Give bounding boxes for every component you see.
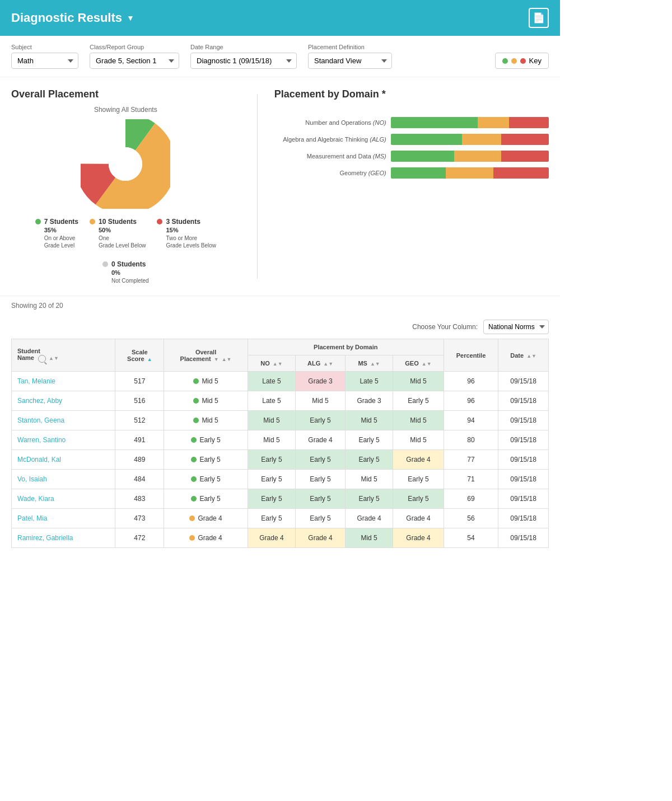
cell-scale-score: 512 [115,411,164,430]
cell-ms: Mid 5 [345,470,393,489]
th-no[interactable]: NO ▲▼ [248,355,295,372]
score-sort-icon[interactable]: ▲ [147,357,152,362]
export-icon[interactable]: 📄 [529,8,549,28]
th-date[interactable]: Date ▲▼ [498,339,549,372]
cell-no: Early 5 [248,489,295,509]
student-search-icon[interactable] [38,355,46,363]
table-row: Warren, Santino491Early 5Mid 5Grade 4Ear… [12,430,549,450]
cell-student-name[interactable]: Tan, Melanie [12,372,115,391]
cell-geo: Mid 5 [393,411,444,430]
legend-yellow-desc: OneGrade Level Below [99,235,146,249]
th-scale-score[interactable]: ScaleScore ▲ [115,339,164,372]
domain-label-alg: Algebra and Algebraic Thinking (ALG) [274,136,386,143]
cell-ms: Grade 3 [345,391,393,411]
th-alg[interactable]: ALG ▲▼ [296,355,346,372]
cell-no: Late 5 [248,372,295,391]
pie-chart [81,119,170,209]
legend-gray: 0 Students 0% Not Completed [102,260,149,284]
cell-percentile: 54 [444,528,498,548]
cell-student-name[interactable]: Vo, Isaiah [12,470,115,489]
cell-student-name[interactable]: Stanton, Geena [12,411,115,430]
cell-student-name[interactable]: McDonald, Kal [12,450,115,470]
bar-no-red [509,117,549,128]
cell-no: Late 5 [248,391,295,411]
filters-bar: Subject Math Class/Report Group Grade 5,… [0,36,560,77]
bar-geo-red [493,167,549,179]
column-select[interactable]: National Norms State Norms District Norm… [483,320,549,334]
student-sort-icon[interactable]: ▲▼ [49,355,59,361]
placement-filter: Placement Definition Standard View [308,44,392,69]
placement-sort-icon2[interactable]: ▲▼ [222,357,232,362]
table-row: Wade, Kiara483Early 5Early 5Early 5Early… [12,489,549,509]
domain-bar-no [391,117,549,128]
placement-select[interactable]: Standard View [308,53,392,69]
class-filter: Class/Report Group Grade 5, Section 1 [90,44,179,69]
bar-ms-red [501,151,549,162]
th-student-name[interactable]: StudentName ▲▼ [12,339,115,372]
bar-geo-green [391,167,446,179]
key-yellow-dot [511,58,517,64]
th-placement-domain: Placement by Domain [248,339,444,355]
cell-overall-placement: Mid 5 [164,372,248,391]
class-select[interactable]: Grade 5, Section 1 [90,53,179,69]
domain-row-no: Number and Operations (NO) [274,117,549,128]
table-row: Sanchez, Abby516Mid 5Late 5Mid 5Grade 3E… [12,391,549,411]
key-button[interactable]: Key [495,53,549,69]
cell-student-name[interactable]: Warren, Santino [12,430,115,450]
column-chooser-row: Choose Your Column: National Norms State… [11,315,549,339]
legend-yellow-pct: 50% [99,227,111,233]
cell-date: 09/15/18 [498,391,549,411]
placement-label: Placement Definition [308,44,392,50]
dropdown-icon[interactable]: ▼ [127,13,134,22]
cell-alg: Early 5 [296,470,346,489]
legend-red-pct: 15% [166,227,178,233]
cell-scale-score: 516 [115,391,164,411]
geo-sort-icon[interactable]: ▲▼ [422,361,432,367]
header-title: Diagnostic Results ▼ [11,11,134,25]
bar-alg-green [391,134,462,145]
th-geo[interactable]: GEO ▲▼ [393,355,444,372]
legend-red: 3 Students 15% Two or MoreGrade Levels B… [157,218,216,249]
subject-select[interactable]: Math [11,53,78,69]
table-row: Tan, Melanie517Mid 5Late 5Grade 3Late 5M… [12,372,549,391]
th-ms[interactable]: MS ▲▼ [345,355,393,372]
legend-green-desc: On or AboveGrade Level [44,235,76,249]
cell-ms: Mid 5 [345,411,393,430]
cell-student-name[interactable]: Wade, Kiara [12,489,115,509]
cell-student-name[interactable]: Patel, Mia [12,509,115,528]
bar-alg-red [501,134,549,145]
cell-overall-placement: Early 5 [164,489,248,509]
no-sort-icon[interactable]: ▲▼ [273,361,283,367]
cell-ms: Mid 5 [345,528,393,548]
cell-student-name[interactable]: Ramirez, Gabriella [12,528,115,548]
cell-scale-score: 489 [115,450,164,470]
ms-sort-icon[interactable]: ▲▼ [370,361,380,367]
domain-label-geo: Geometry (GEO) [274,170,386,176]
th-overall-placement[interactable]: OverallPlacement ▼ ▲▼ [164,339,248,372]
bar-ms-green [391,151,454,162]
cell-percentile: 80 [444,430,498,450]
cell-alg: Mid 5 [296,391,346,411]
cell-geo: Early 5 [393,391,444,411]
subject-label: Subject [11,44,78,50]
showing-count: Showing 20 of 20 [11,296,549,315]
date-sort-icon[interactable]: ▲▼ [526,353,536,359]
bar-geo-yellow [446,167,493,179]
cell-student-name[interactable]: Sanchez, Abby [12,391,115,411]
choose-column-label: Choose Your Column: [412,323,478,331]
bar-no-green [391,117,478,128]
legend-green-count: 7 Students [44,218,78,226]
overall-placement-panel: Overall Placement Showing All Students [11,88,240,284]
cell-percentile: 71 [444,470,498,489]
cell-overall-placement: Early 5 [164,470,248,489]
date-filter: Date Range Diagnostic 1 (09/15/18) [190,44,297,69]
placement-sort-icon[interactable]: ▼ [214,357,219,362]
bar-no-yellow [478,117,509,128]
table-row: Stanton, Geena512Mid 5Mid 5Early 5Mid 5M… [12,411,549,430]
cell-scale-score: 491 [115,430,164,450]
alg-sort-icon[interactable]: ▲▼ [323,361,333,367]
cell-no: Grade 4 [248,528,295,548]
cell-date: 09/15/18 [498,509,549,528]
table-row: Ramirez, Gabriella472Grade 4Grade 4Grade… [12,528,549,548]
date-select[interactable]: Diagnostic 1 (09/15/18) [190,53,297,69]
